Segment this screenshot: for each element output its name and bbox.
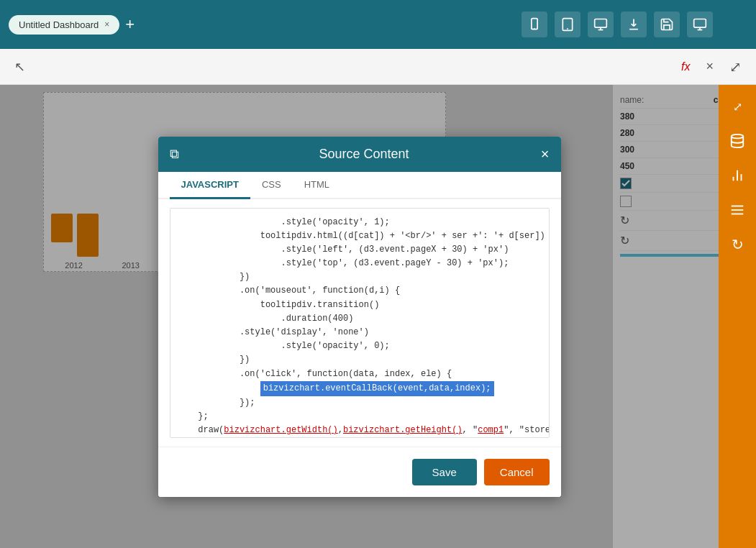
rs-expand-btn[interactable]: ⤢ [723, 92, 752, 121]
pointer-tool-btn[interactable]: ↖ [9, 56, 31, 78]
cancel-button[interactable]: Cancel [484, 459, 550, 485]
code-editor[interactable]: .style('opacity', 1); tooltipdiv.html((d… [170, 208, 550, 438]
modal-overlay: ⧉ Source Content × JAVASCRIPT CSS HTML .… [0, 85, 719, 548]
main-area: 2012 2013 2014 2015 2016 2017 2018 name:… [0, 85, 756, 548]
toolbar-close-btn[interactable]: × [700, 56, 719, 77]
code-line-14: }); [178, 396, 542, 410]
tab-html[interactable]: HTML [293, 172, 341, 199]
code-line-11: }) [178, 353, 542, 367]
screen-icon-btn[interactable] [687, 12, 713, 37]
svg-rect-7 [694, 19, 706, 28]
svg-rect-4 [595, 19, 607, 28]
monitor-icon-btn[interactable] [588, 12, 614, 37]
toolbar2: ↖ fx × ⤢ [0, 49, 756, 85]
tab-javascript[interactable]: JAVASCRIPT [170, 172, 250, 199]
topbar-icons [522, 12, 713, 37]
tab-add-button[interactable]: + [125, 17, 135, 32]
rs-list-btn[interactable] [723, 196, 752, 224]
code-line-7: tooltipdiv.transition() [178, 298, 542, 312]
tab-label: Untitled Dashboard [19, 19, 99, 30]
download-icon-btn[interactable] [621, 12, 647, 37]
save-button[interactable]: Save [412, 459, 477, 485]
rs-refresh-btn[interactable]: ↻ [723, 230, 752, 259]
svg-point-10 [732, 134, 744, 139]
rs-data-btn[interactable] [723, 127, 752, 155]
comp1-link[interactable]: comp1 [478, 425, 504, 435]
modal-tabs: JAVASCRIPT CSS HTML [158, 172, 561, 199]
code-line-16: draw(bizvizchart.getWidth(),bizvizchart.… [178, 424, 542, 437]
modal-open-icon[interactable]: ⧉ [170, 147, 179, 162]
code-line-9: .style('display', 'none') [178, 326, 542, 339]
getwidth-link[interactable]: bizvizchart.getWidth() [224, 425, 337, 435]
modal-body: .style('opacity', 1); tooltipdiv.html((d… [158, 199, 561, 447]
mobile-icon-btn[interactable] [522, 12, 547, 37]
modal-close-icon[interactable]: × [541, 146, 550, 163]
code-line-5: }) [178, 270, 542, 284]
source-content-modal: ⧉ Source Content × JAVASCRIPT CSS HTML .… [158, 137, 561, 497]
modal-header: ⧉ Source Content × [158, 137, 561, 172]
highlighted-code: bizvizchart.eventCallBack(event,data,ind… [260, 381, 494, 396]
code-line-2: tooltipdiv.html((d[cat]) + '<br/>' + ser… [178, 229, 542, 243]
code-line-6: .on('mouseout', function(d,i) { [178, 284, 542, 298]
code-line-3: .style('left', (d3.event.pageX + 30) + '… [178, 243, 542, 257]
topbar: Untitled Dashboard × + [0, 0, 756, 49]
getheight-link[interactable]: bizvizchart.getHeight() [343, 425, 463, 435]
tablet-icon-btn[interactable] [555, 12, 580, 37]
code-line-8: .duration(400) [178, 312, 542, 326]
toolbar2-right: fx × ⤢ [675, 55, 747, 78]
code-line-4: .style('top', (d3.event.pageY - 30) + 'p… [178, 257, 542, 270]
rs-chart-btn[interactable] [723, 161, 752, 190]
tab-untitled-dashboard[interactable]: Untitled Dashboard × [9, 15, 119, 35]
svg-point-1 [534, 28, 535, 29]
modal-footer: Save Cancel [158, 447, 561, 497]
code-line-1: .style('opacity', 1); [178, 216, 542, 229]
right-sidebar: ⤢ ↻ [719, 85, 756, 548]
save-icon-btn[interactable] [654, 12, 680, 37]
modal-title: Source Content [179, 147, 550, 162]
tab-css[interactable]: CSS [250, 172, 293, 199]
expand-btn[interactable]: ⤢ [724, 55, 747, 78]
code-line-15: }; [178, 410, 542, 424]
code-line-10: .style('opacity', 0); [178, 339, 542, 353]
svg-rect-0 [532, 19, 537, 29]
tab-close-icon[interactable]: × [104, 19, 109, 29]
formula-btn[interactable]: fx [675, 58, 696, 76]
code-line-13: bizvizchart.eventCallBack(event,data,ind… [178, 381, 542, 396]
code-line-12: .on('click', function(data, index, ele) … [178, 367, 542, 381]
